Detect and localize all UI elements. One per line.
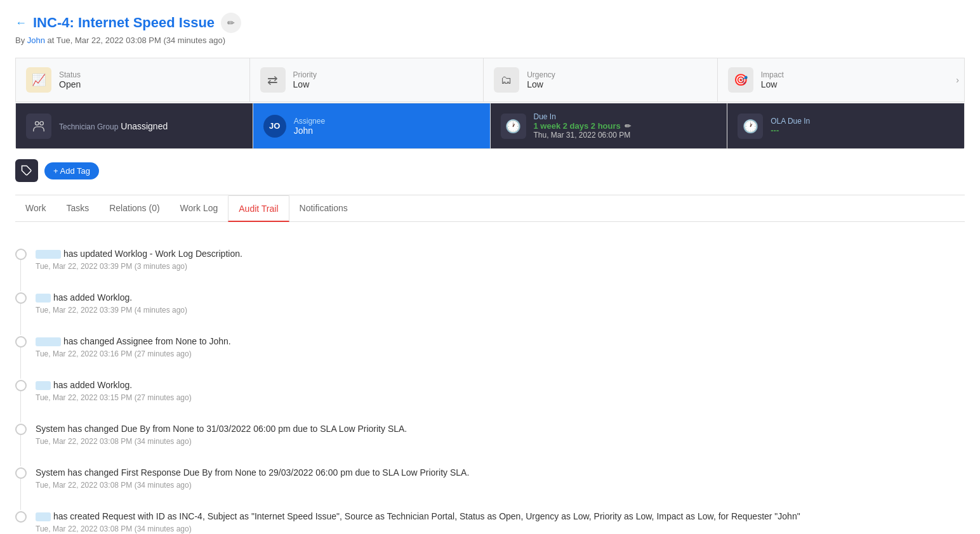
svg-point-0 [36, 121, 39, 125]
status-label: Status [59, 70, 81, 79]
audit-dot [15, 249, 27, 260]
audit-item: has created Request with ID as INC-4, Su… [15, 500, 965, 534]
edit-due-icon[interactable]: ✏ [625, 122, 631, 131]
audit-item: System has changed First Response Due By… [15, 456, 965, 500]
urgency-label: Urgency [527, 70, 555, 79]
assignee-value: John [294, 126, 325, 136]
user-blur [36, 250, 61, 259]
audit-dot [15, 424, 27, 435]
audit-dot [15, 380, 27, 391]
due-in-date: Thu, Mar 31, 2022 06:00 PM [534, 131, 631, 140]
back-button[interactable]: ← [15, 16, 27, 30]
svg-point-1 [40, 121, 44, 125]
status-card[interactable]: 📈 Status Open [16, 58, 249, 101]
add-tag-button[interactable]: + Add Tag [44, 162, 99, 179]
edit-button[interactable]: ✏ [221, 13, 241, 33]
tab-tasks[interactable]: Tasks [56, 195, 99, 222]
audit-item: has added Worklog. Tue, Mar 22, 2022 03:… [15, 281, 965, 325]
priority-card[interactable]: ⇄ Priority Low [250, 58, 484, 101]
status-icon: 📈 [26, 67, 51, 93]
audit-item: System has changed Due By from None to 3… [15, 412, 965, 456]
audit-dot [15, 467, 27, 479]
assignee-card[interactable]: JO Assignee John [253, 103, 490, 148]
audit-trail-list: has updated Worklog - Work Log Descripti… [15, 237, 965, 534]
tech-group-icon [26, 114, 51, 139]
user-blur [36, 512, 51, 521]
audit-time: Tue, Mar 22, 2022 03:08 PM (34 minutes a… [36, 437, 965, 446]
urgency-value: Low [527, 79, 555, 89]
tech-group-label: Technician Group [59, 122, 118, 131]
ola-due-value: --- [771, 126, 810, 135]
priority-icon: ⇄ [260, 67, 286, 93]
status-value: Open [59, 79, 81, 89]
tab-work[interactable]: Work [15, 195, 56, 222]
user-blur [36, 381, 51, 390]
audit-time: Tue, Mar 22, 2022 03:08 PM (34 minutes a… [36, 481, 965, 490]
row1-chevron[interactable]: › [951, 58, 965, 102]
due-in-label: Due In [534, 112, 631, 121]
tab-relations[interactable]: Relations (0) [99, 195, 169, 222]
audit-dot [15, 292, 27, 304]
user-blur [36, 337, 61, 346]
audit-item: has added Worklog. Tue, Mar 22, 2022 03:… [15, 368, 965, 412]
subtitle: By John at Tue, Mar 22, 2022 03:08 PM (3… [15, 36, 965, 45]
urgency-icon: 🗂 [494, 67, 519, 93]
impact-card[interactable]: 🎯 Impact Low [718, 58, 951, 101]
due-in-card[interactable]: 🕐 Due In 1 week 2 days 2 hours ✏ Thu, Ma… [491, 103, 727, 148]
ola-due-card[interactable]: 🕐 OLA Due In --- [727, 103, 964, 148]
user-blur [36, 294, 51, 303]
due-in-time: 1 week 2 days 2 hours ✏ [534, 121, 631, 131]
due-in-icon: 🕐 [501, 114, 526, 139]
audit-item: has updated Worklog - Work Log Descripti… [15, 237, 965, 281]
tabs-bar: Work Tasks Relations (0) Work Log Audit … [15, 195, 965, 222]
priority-label: Priority [293, 70, 317, 79]
audit-time: Tue, Mar 22, 2022 03:15 PM (27 minutes a… [36, 393, 965, 402]
audit-time: Tue, Mar 22, 2022 03:39 PM (4 minutes ag… [36, 306, 965, 315]
audit-dot [15, 511, 27, 523]
audit-time: Tue, Mar 22, 2022 03:39 PM (3 minutes ag… [36, 262, 965, 271]
page-title: INC-4: Internet Speed Issue [33, 15, 215, 31]
ola-due-icon: 🕐 [738, 114, 763, 139]
audit-item: has changed Assignee from None to John. … [15, 325, 965, 368]
tab-work-log[interactable]: Work Log [170, 195, 228, 222]
urgency-card[interactable]: 🗂 Urgency Low [484, 58, 717, 101]
tag-icon-button[interactable] [15, 159, 38, 182]
audit-dot [15, 336, 27, 348]
tab-notifications[interactable]: Notifications [289, 195, 358, 222]
impact-label: Impact [761, 70, 784, 79]
assignee-avatar: JO [263, 115, 286, 138]
tab-audit-trail[interactable]: Audit Trail [228, 195, 289, 222]
tech-group-value: Unassigned [121, 121, 168, 131]
assignee-label: Assignee [294, 117, 325, 126]
priority-value: Low [293, 79, 317, 89]
audit-time: Tue, Mar 22, 2022 03:16 PM (27 minutes a… [36, 349, 965, 358]
tech-group-card[interactable]: Technician Group Unassigned [16, 103, 253, 148]
ola-due-label: OLA Due In [771, 117, 810, 126]
impact-icon: 🎯 [728, 67, 753, 93]
audit-time: Tue, Mar 22, 2022 03:08 PM (34 minutes a… [36, 524, 965, 533]
impact-value: Low [761, 79, 784, 89]
